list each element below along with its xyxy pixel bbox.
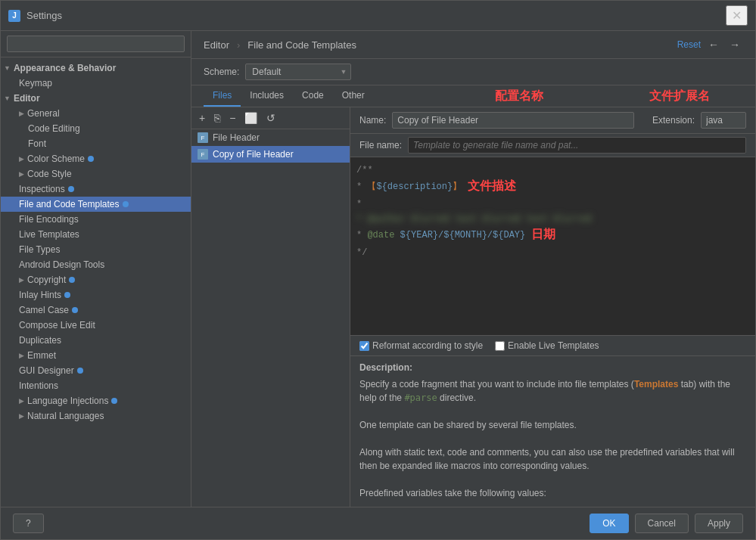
copy-button[interactable]: ⎘	[211, 110, 223, 126]
scheme-label: Scheme:	[204, 67, 239, 77]
live-templates-checkbox[interactable]	[495, 341, 505, 351]
name-input[interactable]	[392, 112, 634, 129]
chevron-right-icon: ▶	[19, 352, 24, 359]
settings-dialog: J Settings ✕ ▼ Appearance & Behavior Key…	[0, 0, 756, 540]
name-row: Name: Extension:	[350, 107, 755, 134]
sidebar-item-label: Language Injections	[27, 396, 108, 406]
code-line: /**	[356, 163, 749, 178]
scheme-select[interactable]: Default	[245, 64, 351, 80]
sidebar-item-gui-designer[interactable]: GUI Designer	[1, 363, 191, 378]
sidebar-item-intentions[interactable]: Intentions	[1, 378, 191, 393]
sidebar-item-label: Android Design Tools	[19, 259, 104, 270]
sidebar-item-android-design-tools[interactable]: Android Design Tools	[1, 257, 191, 272]
filename-input[interactable]	[408, 137, 746, 154]
remove-button[interactable]: −	[226, 110, 238, 126]
nav-back-button[interactable]: ←	[705, 37, 722, 52]
button-row: ? OK Cancel Apply	[1, 507, 755, 539]
nav-forward-button[interactable]: →	[726, 37, 743, 52]
sidebar-item-language-injections[interactable]: ▶ Language Injections	[1, 393, 191, 408]
sidebar-item-code-editing[interactable]: Code Editing	[1, 121, 191, 136]
chevron-right-icon: ▶	[19, 412, 24, 420]
apply-button[interactable]: Apply	[695, 514, 743, 533]
sidebar-item-label: Inspections	[19, 184, 65, 194]
reset-template-button[interactable]: ↺	[263, 110, 278, 126]
sidebar-item-label: Natural Languages	[27, 411, 104, 421]
sidebar-item-font[interactable]: Font	[1, 136, 191, 151]
filename-row: File name:	[350, 134, 755, 157]
close-button[interactable]: ✕	[726, 5, 748, 26]
code-text: /**	[356, 163, 373, 178]
sidebar-item-color-scheme[interactable]: ▶ Color Scheme	[1, 151, 191, 166]
indicator-dot	[64, 292, 70, 298]
tab-includes[interactable]: Includes	[241, 85, 293, 107]
sidebar-item-camel-case[interactable]: Camel Case	[1, 303, 191, 318]
dialog-title: Settings	[26, 10, 720, 21]
sidebar: ▼ Appearance & Behavior Keymap ▼ Editor …	[1, 31, 191, 507]
sidebar-item-editor[interactable]: ▼ Editor	[1, 91, 191, 106]
tab-code[interactable]: Code	[293, 85, 333, 107]
code-text: * @date ${YEAR}/${MONTH}/${DAY}	[356, 228, 525, 243]
code-text: *	[356, 197, 362, 212]
help-button[interactable]: ?	[13, 514, 44, 533]
sidebar-item-general[interactable]: ▶ General	[1, 106, 191, 121]
live-templates-checkbox-label[interactable]: Enable Live Templates	[495, 340, 599, 351]
code-text-blurred: * @author blurred text blurred text blur…	[356, 212, 592, 226]
sidebar-item-label: Font	[28, 138, 46, 149]
sidebar-item-duplicates[interactable]: Duplicates	[1, 333, 191, 348]
file-item-file-header[interactable]: F File Header	[191, 129, 350, 146]
indicator-dot	[68, 186, 74, 192]
add-button[interactable]: +	[196, 110, 208, 126]
sidebar-item-label: File Encodings	[19, 214, 79, 225]
sidebar-item-label: Compose Live Edit	[19, 320, 95, 331]
indicator-dot	[88, 156, 94, 162]
sidebar-item-inspections[interactable]: Inspections	[1, 182, 191, 197]
sidebar-item-label: GUI Designer	[19, 365, 74, 376]
chevron-right-icon: ▶	[19, 397, 24, 405]
reformat-checkbox-label[interactable]: Reformat according to style	[359, 340, 483, 351]
description-title: Description:	[359, 362, 746, 373]
ext-input[interactable]	[701, 112, 746, 129]
main-header: Editor › File and Code Templates Reset ←…	[191, 31, 755, 59]
cancel-button[interactable]: Cancel	[635, 514, 689, 533]
chinese-label-date: 日期	[531, 226, 555, 246]
file-item-copy-file-header[interactable]: F Copy of File Header	[191, 146, 350, 163]
reset-button[interactable]: Reset	[677, 39, 701, 50]
move-up-button[interactable]: ⬜	[241, 110, 260, 126]
file-list: F File Header F Copy of File Header	[191, 129, 350, 507]
sidebar-item-file-and-code-templates[interactable]: File and Code Templates	[1, 197, 191, 212]
code-line-blurred: * @author blurred text blurred text blur…	[356, 212, 749, 226]
live-templates-label: Enable Live Templates	[508, 340, 599, 351]
reformat-checkbox[interactable]	[359, 341, 369, 351]
main-content: ▼ Appearance & Behavior Keymap ▼ Editor …	[1, 31, 755, 507]
indicator-dot	[123, 201, 129, 207]
sidebar-item-inlay-hints[interactable]: Inlay Hints	[1, 287, 191, 303]
sidebar-item-live-templates[interactable]: Live Templates	[1, 227, 191, 242]
tab-other[interactable]: Other	[333, 85, 374, 107]
sidebar-item-label: Duplicates	[19, 335, 61, 346]
ok-button[interactable]: OK	[590, 514, 628, 533]
code-text: * 【${description}】	[356, 180, 462, 194]
sidebar-item-file-types[interactable]: File Types	[1, 242, 191, 257]
sidebar-item-emmet[interactable]: ▶ Emmet	[1, 348, 191, 363]
sidebar-tree: ▼ Appearance & Behavior Keymap ▼ Editor …	[1, 57, 191, 507]
file-item-label: Copy of File Header	[213, 149, 294, 160]
sidebar-item-label: General	[27, 108, 60, 119]
sidebar-item-label: File and Code Templates	[19, 199, 120, 209]
name-field-label: Name:	[359, 115, 386, 126]
sidebar-item-label: Appearance & Behavior	[14, 63, 116, 73]
sidebar-item-label: Editor	[14, 93, 40, 104]
sidebar-item-copyright[interactable]: ▶ Copyright	[1, 272, 191, 287]
sidebar-item-natural-languages[interactable]: ▶ Natural Languages	[1, 408, 191, 424]
tab-files[interactable]: Files	[204, 85, 241, 107]
sidebar-item-file-encodings[interactable]: File Encodings	[1, 212, 191, 227]
search-input[interactable]	[7, 36, 185, 52]
chevron-right-icon: ▶	[19, 276, 24, 284]
file-icon: F	[198, 132, 208, 143]
indicator-dot	[72, 307, 78, 313]
sidebar-item-code-style[interactable]: ▶ Code Style	[1, 166, 191, 182]
code-editor[interactable]: /** * 【${description}】 文件描述 *	[350, 157, 755, 335]
chevron-right-icon: ▶	[19, 155, 24, 163]
sidebar-item-compose-live-edit[interactable]: Compose Live Edit	[1, 318, 191, 333]
sidebar-item-keymap[interactable]: Keymap	[1, 76, 191, 91]
sidebar-item-appearance[interactable]: ▼ Appearance & Behavior	[1, 61, 191, 76]
